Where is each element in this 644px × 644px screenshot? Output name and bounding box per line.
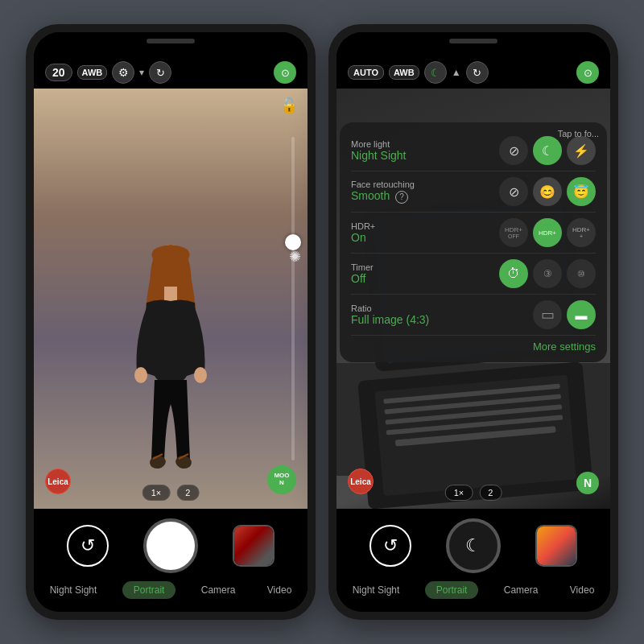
flip-camera-btn-1[interactable]: ↺ xyxy=(67,525,109,567)
zoom-controls-2: 1× 2 xyxy=(445,485,502,501)
leica-badge-1: Leica xyxy=(45,469,71,494)
flash-icon[interactable]: ⚡ xyxy=(567,136,596,165)
gallery-building-img xyxy=(537,526,576,565)
auto-badge[interactable]: AUTO xyxy=(348,65,384,80)
more-settings-btn[interactable]: More settings xyxy=(351,336,596,354)
hdr-enhanced-icon[interactable]: HDR++ xyxy=(567,218,596,247)
timer-sub: Timer xyxy=(351,262,499,272)
face-label: Face retouching Smooth ? xyxy=(351,180,499,204)
speaker-2 xyxy=(449,39,497,43)
zoom-1x-1[interactable]: 1× xyxy=(142,485,171,501)
face-smooth-icon[interactable]: 😊 xyxy=(533,177,562,206)
ratio-val: Full image (4:3) xyxy=(351,313,533,326)
timer-10s-icon[interactable]: ⑩ xyxy=(567,259,596,288)
phone-1: 20 AWB ⚙ ▾ ↻ ⊙ xyxy=(26,24,316,620)
viewfinder-1[interactable]: 🔓 ✺ Leica MOON 1× 2 xyxy=(34,89,308,509)
phone-1-inner: 20 AWB ⚙ ▾ ↻ ⊙ xyxy=(34,32,308,612)
rotate-icon-2[interactable]: ↻ xyxy=(466,61,489,84)
hdr-off-icon[interactable]: HDR+OFF xyxy=(499,218,528,247)
ratio-wide-icon[interactable]: ▬ xyxy=(567,300,596,329)
face-off-icon[interactable]: ⊘ xyxy=(499,177,528,206)
tab-video-2[interactable]: Video xyxy=(564,581,601,599)
night-off-icon[interactable]: ⊘ xyxy=(499,136,528,165)
gallery-thumb-2[interactable] xyxy=(535,525,577,567)
more-light-sub: More light xyxy=(351,139,499,149)
chevron-down-icon-2[interactable]: ▲ xyxy=(452,67,461,78)
zoom-1x-2[interactable]: 1× xyxy=(445,485,473,501)
timer-label: Timer Off xyxy=(351,262,499,285)
moon-top-icon[interactable]: ☾ xyxy=(424,61,447,84)
zoom-2-2[interactable]: 2 xyxy=(479,485,502,501)
n-label: N xyxy=(584,477,592,489)
tab-label-night-sight-1: Night Sight xyxy=(50,584,97,596)
shutter-row-2: ↺ ☾ xyxy=(336,518,610,573)
timer-val: Off xyxy=(351,272,499,285)
tab-portrait-2[interactable]: Portrait xyxy=(425,581,479,599)
shutter-btn-1[interactable] xyxy=(143,518,198,573)
tab-label-night-sight-2: Night Sight xyxy=(353,584,400,596)
settings-row-hdr: HDR+ On HDR+OFF HDR+ HDR++ xyxy=(351,213,596,254)
tab-camera-1[interactable]: Camera xyxy=(195,581,242,599)
n-badge[interactable]: N xyxy=(576,472,599,494)
ratio-sub: Ratio xyxy=(351,303,533,313)
timer-icons: ⏱ ③ ⑩ xyxy=(499,259,596,288)
timer-off-icon[interactable]: ⏱ xyxy=(499,259,528,288)
hdr-icons: HDR+OFF HDR+ HDR++ xyxy=(499,218,596,247)
zoom-controls-1: 1× 2 xyxy=(142,485,200,501)
moon-label: MOON xyxy=(274,473,289,487)
tap-to-focus-label: Tap to fo... xyxy=(558,129,599,138)
bottom-controls-2: ↺ ☾ Night Sight Portrait xyxy=(336,509,610,612)
moon-badge[interactable]: MOON xyxy=(267,465,296,494)
hdr-sub: HDR+ xyxy=(351,221,499,231)
shutter-row-1: ↺ xyxy=(34,518,308,573)
tab-bar-1: Night Sight Portrait Camera Video xyxy=(34,578,308,607)
svg-point-2 xyxy=(134,367,147,383)
settings-overlay: Tap to fo... More light Night Sight ⊘ ☾ … xyxy=(340,122,607,362)
zoom-2-1[interactable]: 2 xyxy=(176,485,199,501)
shutter-btn-2[interactable]: ☾ xyxy=(446,518,501,573)
gallery-thumb-1[interactable] xyxy=(233,525,275,567)
top-bar-left-1: 20 AWB ⚙ ▾ ↻ xyxy=(45,61,269,84)
tab-label-video-1: Video xyxy=(267,584,291,596)
tab-night-sight-2[interactable]: Night Sight xyxy=(346,581,407,599)
tab-label-camera-2: Camera xyxy=(504,584,539,596)
timer-3s-icon[interactable]: ③ xyxy=(533,259,562,288)
tab-label-portrait-1: Portrait xyxy=(134,584,165,596)
tab-camera-2[interactable]: Camera xyxy=(497,581,545,599)
ratio-icons: ▭ ▬ xyxy=(533,300,596,329)
viewfinder-2[interactable]: Tap to fo... More light Night Sight ⊘ ☾ … xyxy=(336,89,610,509)
camera-settings-icon-2[interactable]: ⊙ xyxy=(576,61,599,84)
tab-label-portrait-2: Portrait xyxy=(436,584,468,596)
ratio-tall-icon[interactable]: ▭ xyxy=(533,300,562,329)
brightness-icon[interactable]: ✺ xyxy=(289,248,301,266)
hdr-on-icon[interactable]: HDR+ xyxy=(533,218,562,247)
main-container: 20 AWB ⚙ ▾ ↻ ⊙ xyxy=(26,24,618,620)
settings-row-face: Face retouching Smooth ? ⊘ 😊 😇 xyxy=(351,171,596,213)
iso-badge[interactable]: 20 xyxy=(45,64,72,81)
bottom-controls-1: ↺ Night Sight Portrait xyxy=(34,509,308,612)
phone-2: AUTO AWB ☾ ▲ ↻ ⊙ xyxy=(328,24,618,620)
flip-camera-btn-2[interactable]: ↺ xyxy=(369,525,411,567)
awb-badge[interactable]: AWB xyxy=(77,65,108,80)
settings-row-timer: Timer Off ⏱ ③ ⑩ xyxy=(351,254,596,295)
help-icon[interactable]: ? xyxy=(395,191,408,204)
gear-icon[interactable]: ⚙ xyxy=(112,61,134,84)
phone-2-inner: AUTO AWB ☾ ▲ ↻ ⊙ xyxy=(336,32,610,612)
tab-video-1[interactable]: Video xyxy=(261,581,298,599)
tab-night-sight-1[interactable]: Night Sight xyxy=(43,581,104,599)
face-extra-icon[interactable]: 😇 xyxy=(567,177,596,206)
hdr-val: On xyxy=(351,231,499,244)
camera-settings-icon[interactable]: ⊙ xyxy=(274,61,296,84)
awb-badge-2[interactable]: AWB xyxy=(389,65,419,80)
tab-portrait-1[interactable]: Portrait xyxy=(122,581,176,599)
tab-bar-2: Night Sight Portrait Camera Video xyxy=(336,578,610,607)
chevron-down-icon[interactable]: ▾ xyxy=(139,67,144,78)
top-bar-left-2: AUTO AWB ☾ ▲ ↻ xyxy=(348,61,572,84)
speaker-1 xyxy=(147,39,195,43)
svg-point-3 xyxy=(194,367,207,383)
night-on-icon[interactable]: ☾ xyxy=(533,136,562,165)
exposure-slider[interactable] xyxy=(291,137,295,460)
hdr-label: HDR+ On xyxy=(351,221,499,244)
gallery-car-img xyxy=(234,526,273,565)
rotate-icon[interactable]: ↻ xyxy=(149,61,171,84)
